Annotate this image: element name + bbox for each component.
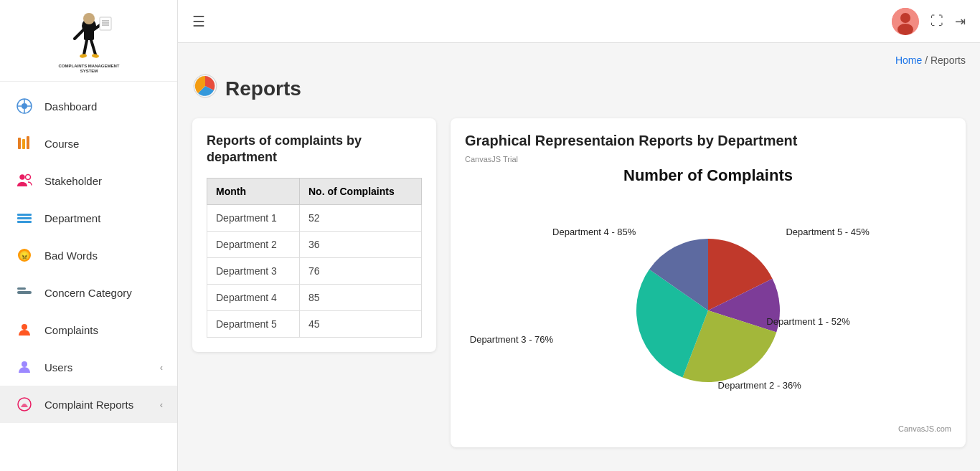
chart-card: Graphical Representaion Reports by Depar… <box>451 118 966 447</box>
count-cell: 52 <box>299 204 421 231</box>
sidebar-item-label: Stakeholder <box>44 175 102 187</box>
course-icon <box>14 133 34 153</box>
table-row: Department 236 <box>207 231 422 257</box>
sidebar-item-label: Complaint Reports <box>44 399 133 411</box>
sidebar-item-label: Users <box>44 361 72 374</box>
svg-text:SYSTEM: SYSTEM <box>80 69 98 72</box>
sidebar-item-label: Bad Words <box>44 249 98 262</box>
svg-rect-21 <box>18 138 21 149</box>
svg-rect-22 <box>22 139 25 149</box>
dashboard-icon <box>14 96 34 116</box>
sidebar-item-label: Department <box>44 212 100 224</box>
breadcrumb: Home / Reports <box>192 54 966 66</box>
table-card-title: Reports of complaints by department <box>207 133 422 166</box>
sidebar-item-bad-words[interactable]: 😠 Bad Words <box>0 237 177 274</box>
sidebar-navigation: Dashboard Course Stakeholder Department <box>0 82 177 429</box>
table-card: Reports of complaints by department Mont… <box>192 118 436 352</box>
svg-point-16 <box>22 103 27 109</box>
fullscreen-icon[interactable]: ⛶ <box>930 14 943 29</box>
sidebar-item-label: Concern Category <box>44 287 132 299</box>
dept-cell: Department 1 <box>207 204 300 231</box>
sidebar-item-complaint-reports[interactable]: Complaint Reports ‹ <box>0 386 177 423</box>
page-title: Reports <box>225 77 301 100</box>
svg-point-1 <box>83 13 95 24</box>
sidebar-item-label: Dashboard <box>44 100 97 113</box>
svg-text:COMPLAINTS MANAGEMENT: COMPLAINTS MANAGEMENT <box>58 64 119 68</box>
users-arrow-icon: ‹ <box>160 362 163 373</box>
page-title-row: Reports <box>192 73 966 104</box>
reports-icon <box>192 73 218 104</box>
table-row: Department 545 <box>207 310 422 337</box>
canvasjs-trial-label: CanvasJS Trial <box>465 155 951 163</box>
table-row: Department 152 <box>207 204 422 231</box>
svg-rect-26 <box>17 214 32 216</box>
sidebar-item-label: Complaints <box>44 324 98 336</box>
content-area: Home / Reports Reports Reports of comp <box>178 43 980 471</box>
svg-rect-27 <box>17 217 32 219</box>
sidebar-item-dashboard[interactable]: Dashboard <box>0 87 177 125</box>
sidebar-item-department[interactable]: Department <box>0 199 177 237</box>
topbar-right: ⛶ ⇥ <box>892 8 966 35</box>
table-row: Department 376 <box>207 257 422 284</box>
svg-point-25 <box>26 175 31 180</box>
sidebar-logo: COMPLAINTS MANAGEMENT SYSTEM <box>0 0 177 82</box>
cards-row: Reports of complaints by department Mont… <box>192 118 966 447</box>
count-cell: 85 <box>299 284 421 310</box>
sidebar-item-users[interactable]: Users ‹ <box>0 348 177 386</box>
complaint-reports-icon <box>14 394 34 414</box>
count-cell: 76 <box>299 257 421 284</box>
hamburger-icon[interactable]: ☰ <box>192 13 205 30</box>
chart-title: Graphical Representaion Reports by Depar… <box>465 133 951 149</box>
pie-label-2: Department 3 - 76% <box>470 334 553 345</box>
svg-rect-5 <box>100 17 111 30</box>
complaints-icon <box>14 320 34 340</box>
concern-category-icon <box>14 282 34 303</box>
dept-cell: Department 5 <box>207 310 300 337</box>
logo-image: COMPLAINTS MANAGEMENT SYSTEM <box>57 11 121 72</box>
breadcrumb-separator: / <box>925 54 930 66</box>
department-icon <box>14 208 34 228</box>
chart-number-title: Number of Complaints <box>465 166 951 185</box>
breadcrumb-home[interactable]: Home <box>895 54 922 66</box>
sidebar-item-complaints[interactable]: Complaints <box>0 311 177 348</box>
svg-rect-28 <box>17 221 32 223</box>
dept-cell: Department 4 <box>207 284 300 310</box>
topbar-left: ☰ <box>192 13 205 30</box>
data-table: Month No. of Complaints Department 152De… <box>207 178 422 338</box>
count-cell: 36 <box>299 231 421 257</box>
bad-words-icon: 😠 <box>14 245 34 265</box>
svg-rect-32 <box>17 287 26 290</box>
sidebar-item-stakeholder[interactable]: Stakeholder <box>0 162 177 199</box>
col-complaints: No. of Complaints <box>299 178 421 204</box>
svg-point-12 <box>91 54 99 59</box>
svg-point-34 <box>22 361 27 367</box>
topbar: ☰ ⛶ ⇥ <box>178 0 980 43</box>
svg-point-37 <box>900 13 910 23</box>
pie-chart-container: Department 1 - 52%Department 2 - 36%Depa… <box>465 192 951 422</box>
dept-cell: Department 3 <box>207 257 300 284</box>
sidebar-item-label: Course <box>44 138 79 150</box>
svg-line-3 <box>75 29 84 39</box>
sidebar: COMPLAINTS MANAGEMENT SYSTEM Dashboard C… <box>0 0 178 471</box>
count-cell: 45 <box>299 310 421 337</box>
pie-chart-svg <box>593 210 823 404</box>
svg-rect-2 <box>84 26 94 40</box>
svg-text:😠: 😠 <box>19 249 31 262</box>
svg-point-38 <box>897 24 913 35</box>
users-icon <box>14 357 34 377</box>
svg-line-9 <box>84 40 87 54</box>
logout-icon[interactable]: ⇥ <box>955 14 966 29</box>
stakeholder-icon <box>14 171 34 191</box>
svg-point-24 <box>20 175 25 180</box>
breadcrumb-current: Reports <box>930 54 966 66</box>
sidebar-item-course[interactable]: Course <box>0 125 177 162</box>
sidebar-item-concern-category[interactable]: Concern Category <box>0 274 177 311</box>
svg-rect-23 <box>27 136 29 149</box>
avatar[interactable] <box>892 8 919 35</box>
col-month: Month <box>207 178 300 204</box>
svg-line-10 <box>91 40 95 54</box>
dept-cell: Department 2 <box>207 231 300 257</box>
svg-point-33 <box>22 324 27 330</box>
svg-rect-31 <box>17 291 32 294</box>
complaint-reports-arrow-icon: ‹ <box>160 399 163 410</box>
